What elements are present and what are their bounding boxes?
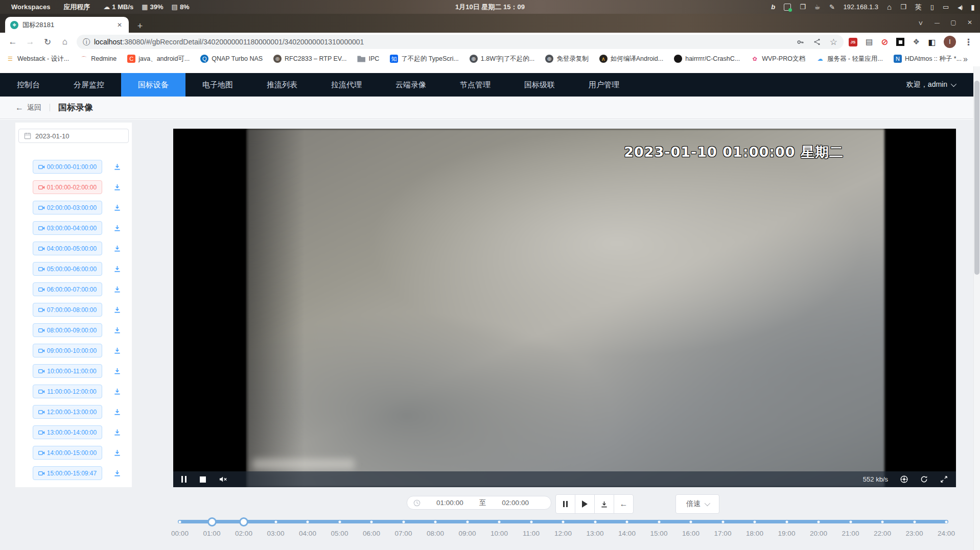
pause-icon[interactable] — [181, 476, 186, 483]
share-icon[interactable] — [813, 38, 821, 45]
navbar-tab[interactable]: 电子地图 — [185, 73, 250, 97]
browser-reload-button[interactable] — [39, 37, 56, 47]
navbar-tab[interactable]: 推流列表 — [250, 73, 314, 97]
playback-speed-dropdown[interactable]: 倍速 — [675, 494, 719, 514]
record-download-button[interactable] — [113, 265, 121, 273]
navbar-tab[interactable]: 拉流代理 — [314, 73, 379, 97]
refresh-icon[interactable] — [920, 475, 928, 483]
extensions-puzzle-icon[interactable] — [913, 37, 919, 46]
bookmark-item[interactable]: ☰ Webstack - 设计... — [6, 55, 69, 63]
bookmark-item[interactable]: ⊕ 免登录复制 — [545, 55, 589, 63]
site-info-icon[interactable] — [83, 37, 90, 47]
bookmark-item[interactable]: 知 了不起的 TypeScri... — [390, 55, 459, 63]
screenshot-tray-icon[interactable] — [829, 3, 834, 11]
video-player[interactable]: 2023-01-10 01:00:00 星期二 552 kb/s — [173, 129, 956, 487]
bookmark-item[interactable]: hairrrrr/C-CrashC... — [674, 55, 740, 63]
download-button[interactable] — [594, 494, 614, 514]
record-time-button[interactable]: 02:00:00-03:00:00 — [33, 201, 102, 214]
playback-timeline[interactable]: 00:0001:0002:0003:0004:0005:0006:0007:00… — [180, 517, 946, 541]
record-download-button[interactable] — [113, 183, 121, 191]
home-tray-icon[interactable] — [887, 3, 892, 11]
window-maximize-button[interactable] — [948, 19, 959, 26]
notes-tray-icon[interactable] — [784, 4, 791, 11]
record-time-button[interactable]: 09:00:00-10:00:00 — [33, 344, 102, 357]
new-tab-button[interactable] — [134, 21, 146, 31]
navbar-tab[interactable]: 控制台 — [0, 73, 57, 97]
browser-menu-icon[interactable] — [964, 37, 973, 47]
darkmode-extension-icon[interactable] — [896, 38, 904, 46]
browser-forward-button[interactable] — [21, 37, 39, 47]
record-time-button[interactable]: 15:00:00-15:09:47 — [33, 466, 102, 480]
record-time-button[interactable]: 07:00:00-08:00:00 — [33, 303, 102, 317]
navbar-tab[interactable]: 分屏监控 — [57, 73, 121, 97]
phone-tray-icon[interactable] — [930, 3, 934, 11]
tab-close-icon[interactable] — [115, 21, 124, 29]
password-key-icon[interactable] — [797, 38, 804, 46]
bookmark-item[interactable]: ☁ 服务器 - 轻量应用... — [816, 55, 883, 63]
record-download-button[interactable] — [113, 204, 121, 211]
record-download-button[interactable] — [113, 347, 121, 354]
mask-extension-icon[interactable] — [866, 37, 873, 46]
timeline-range-handle[interactable] — [207, 517, 217, 527]
record-download-button[interactable] — [113, 449, 121, 457]
navbar-tab[interactable]: 用户管理 — [572, 73, 636, 97]
tray-app-icon[interactable] — [771, 3, 775, 11]
record-time-button[interactable]: 06:00:00-07:00:00 — [33, 282, 102, 296]
reader-extension-icon[interactable] — [928, 37, 936, 47]
display-tray-icon[interactable] — [943, 3, 949, 11]
windows-tray-icon[interactable] — [900, 3, 906, 11]
time-range-input[interactable]: 01:00:00 至 02:00:00 — [407, 496, 551, 510]
record-time-button[interactable]: 08:00:00-09:00:00 — [33, 323, 102, 337]
record-download-button[interactable] — [113, 469, 121, 477]
js-extension-icon[interactable]: JS — [849, 38, 857, 46]
date-picker-input[interactable]: 2023-01-10 — [18, 129, 129, 143]
user-menu[interactable]: 欢迎，admin — [906, 80, 973, 89]
window-close-button[interactable] — [965, 19, 975, 26]
bookmark-item[interactable]: Q QNAP Turbo NAS — [200, 55, 263, 63]
input-method-indicator[interactable]: 英 — [915, 3, 922, 12]
workspaces-button[interactable]: Workspaces — [6, 3, 55, 11]
record-download-button[interactable] — [113, 367, 121, 375]
record-time-button[interactable]: 10:00:00-11:00:00 — [33, 364, 102, 378]
stop-icon[interactable] — [200, 476, 206, 483]
bookmark-item[interactable]: ✿ WVP-PRO文档 — [751, 55, 805, 63]
record-download-button[interactable] — [113, 388, 121, 395]
address-bar[interactable]: localhost:38080/#/gbRecordDetail/3402000… — [77, 35, 844, 49]
fullscreen-icon[interactable] — [940, 475, 948, 483]
bookmarks-overflow-button[interactable]: » — [963, 55, 971, 64]
profile-avatar[interactable]: I — [944, 36, 956, 48]
record-time-button[interactable]: 00:00:00-01:00:00 — [33, 160, 102, 174]
record-download-button[interactable] — [113, 428, 121, 436]
seek-back-button[interactable] — [614, 494, 634, 514]
record-download-button[interactable] — [113, 285, 121, 293]
record-download-button[interactable] — [113, 224, 121, 232]
start-time-value[interactable]: 01:00:00 — [421, 499, 479, 507]
record-time-button[interactable]: 12:00:00-13:00:00 — [33, 405, 102, 419]
browser-tab[interactable]: ❖ 国标28181 — [5, 17, 129, 33]
timeline-range-handle[interactable] — [239, 517, 248, 527]
bookmark-star-icon[interactable] — [830, 37, 837, 47]
volume-tray-icon[interactable] — [958, 3, 962, 11]
bookmark-item[interactable]: ∧ 如何编译Android... — [599, 55, 664, 63]
end-time-value[interactable]: 02:00:00 — [486, 499, 545, 507]
page-scrollbar[interactable] — [973, 66, 980, 550]
browser-back-button[interactable] — [4, 37, 21, 47]
record-download-button[interactable] — [113, 326, 121, 334]
record-download-button[interactable] — [113, 306, 121, 314]
bookmark-item[interactable]: ⊕ RFC2833 – RTP EV... — [273, 55, 346, 63]
record-download-button[interactable] — [113, 245, 121, 252]
clipboard-tray-icon[interactable] — [800, 3, 806, 11]
snapshot-icon[interactable] — [900, 475, 908, 483]
bookmark-item[interactable]: IPC — [357, 55, 379, 63]
navbar-tab[interactable]: 节点管理 — [443, 73, 507, 97]
caffeine-tray-icon[interactable] — [814, 3, 821, 11]
navbar-tab[interactable]: 国标设备 — [121, 73, 185, 97]
record-time-button[interactable]: 05:00:00-06:00:00 — [33, 262, 102, 276]
pause-button[interactable] — [555, 494, 575, 514]
record-download-button[interactable] — [113, 163, 121, 171]
back-button[interactable]: 返回 — [15, 103, 41, 112]
record-time-button[interactable]: 14:00:00-15:00:00 — [33, 446, 102, 460]
navbar-tab[interactable]: 国标级联 — [507, 73, 572, 97]
bookmark-item[interactable]: C java、android可... — [127, 55, 190, 63]
record-time-button[interactable]: 13:00:00-14:00:00 — [33, 425, 102, 439]
